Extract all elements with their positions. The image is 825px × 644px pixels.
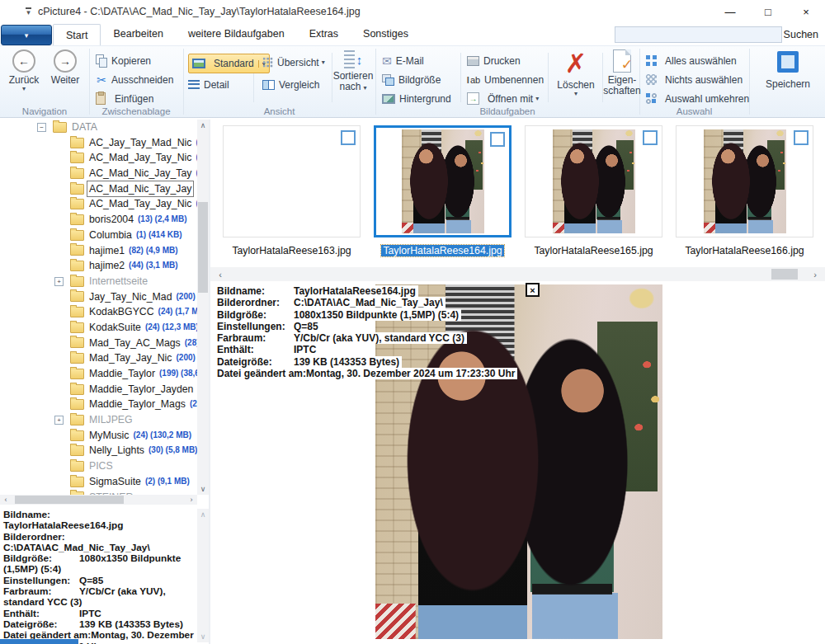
tree-item[interactable]: + AC_Mad_Jay_Tay_Nic (200) [0,150,209,166]
email-button[interactable]: ✉ E-Mail [382,52,424,69]
tree-item[interactable]: + KodakBGYCC (24) (1,7 MB) [0,304,209,320]
scroll-right-icon[interactable]: › [186,495,197,505]
scroll-right-icon[interactable]: › [808,267,822,281]
back-button[interactable]: ← Zurück ▾ [5,49,43,92]
rename-button[interactable]: Umbenennen [467,71,544,88]
tree-item[interactable]: + SigmaSuite (2) (9,1 MB) [0,474,209,490]
forward-button[interactable]: → Weiter [46,49,84,86]
scroll-down-icon[interactable]: ∨ [197,631,209,642]
save-button[interactable]: Speichern [756,51,820,90]
tree-item[interactable]: + hajime2 (44) (3,1 MB) [0,258,209,274]
thumbnail[interactable] [374,125,512,237]
thumbnail-label[interactable]: TaylorHatalaReese164.jpg [374,245,512,256]
tree-vscrollbar[interactable]: ∧ ∨ [197,120,209,495]
scrollbar-thumb[interactable] [15,496,124,504]
ribbon-tab[interactable]: weitere Bildaufgaben [176,23,297,45]
minimize-button[interactable]: — [711,0,749,23]
app-menu-button[interactable]: ▾ [1,25,52,45]
sort-by-button[interactable]: ↕ Sortieren nach▾ [333,50,373,93]
thumbnail-checkbox[interactable] [794,130,808,145]
collapse-icon[interactable]: − [37,123,46,132]
thumbnail-label[interactable]: TaylorHatalaReese163.jpg [223,245,361,256]
print-button[interactable]: Drucken [467,52,521,69]
thumbnail[interactable] [525,125,662,237]
tree-item[interactable]: + Columbia (1) (414 KB) [0,228,209,243]
thumbnail[interactable] [676,125,813,237]
ribbon-tab[interactable]: Sonstiges [351,23,421,45]
detail-view-button[interactable]: Detail [188,76,229,93]
tree-item[interactable]: + Maddie_Taylor (199) (38,6 MB [0,366,209,382]
tree-item[interactable]: + boris2004 (13) (2,4 MB) [0,212,209,228]
invert-selection-icon [646,93,657,104]
cut-button[interactable]: ✂ Ausschneiden [96,71,173,88]
scroll-left-icon[interactable]: ‹ [214,267,227,281]
scroll-up-icon[interactable]: ∧ [197,120,209,131]
thumbnail-checkbox[interactable] [341,130,356,145]
delete-button[interactable]: ✗ Löschen ▾ [553,49,599,97]
tree-item[interactable]: + KodakSuite (24) (12,3 MB) [0,320,209,336]
scroll-up-icon[interactable]: ∧ [197,509,209,520]
desktop-icon [382,94,395,104]
ribbon-tab[interactable]: Start [53,24,101,45]
expand-icon[interactable]: + [54,416,64,425]
open-with-button[interactable]: → Öffnen mit ▾ [467,90,539,107]
close-button[interactable]: × [787,0,825,23]
properties-button[interactable]: Eigen- schaften [605,49,639,96]
ribbon-tab[interactable]: Extras [297,23,351,45]
thumbnail-checkbox[interactable] [643,130,658,145]
tree-item[interactable]: + hajime1 (82) (4,9 MB) [0,243,209,259]
search-label[interactable]: Suchen [784,23,818,45]
thumbnail-photo [553,129,635,233]
image-size-button[interactable]: Bildgröße [382,71,441,88]
tree-item[interactable]: + Maddie_Taylor_Jayden (200 [0,382,209,397]
thumbnail[interactable] [223,125,361,237]
tree-item[interactable]: + Internettseite [0,274,209,289]
copy-button[interactable]: Kopieren [96,52,151,69]
scrollbar-thumb[interactable] [198,202,208,293]
thumbnail-scrollbar[interactable]: ‹ › [210,267,825,281]
metadata-row: Bildname:TaylorHatalaReese164.jpg [216,285,418,297]
titlebar: cPicture4 - C:\DATA\AC_Mad_Nic_Tay_Jay\T… [0,0,825,23]
tree-item[interactable]: + Nelly_Lights (30) (5,8 MB) [0,443,209,458]
maximize-button[interactable]: □ [749,0,787,23]
thumbnail-item: TaylorHatalaReese163.jpg [223,125,361,267]
tree-item[interactable]: + MILJPEG [0,412,209,428]
overlay-close-icon[interactable] [526,283,540,297]
thumbnail-checkbox[interactable] [490,132,505,147]
background-button[interactable]: Hintergrund [382,90,451,107]
select-none-button[interactable]: Nichts auswählen [646,71,742,88]
folder-icon [70,230,84,241]
overview-button[interactable]: Übersicht ▾ [262,54,325,71]
back-arrow-icon: ← [12,49,35,73]
tree-hscrollbar[interactable]: ‹ › [0,495,197,505]
thumbnail-label[interactable]: TaylorHatalaReese166.jpg [676,245,813,256]
tree-item[interactable]: + AC_Mad_Tay_Jay_Nic (79) ( [0,196,209,212]
standard-view-button[interactable]: Standard ▾ [188,54,270,73]
tree-item[interactable]: + AC_Mad_Nic_Tay_Jay (200) [0,181,209,197]
metadata-vscrollbar[interactable]: ∧ ∨ [197,509,209,642]
tree-item[interactable]: + MyMusic (24) (130,2 MB) [0,428,209,444]
red-x-icon: ✗ [558,49,594,78]
ribbon-tab[interactable]: Bearbeiten [101,23,175,45]
select-all-button[interactable]: Alles auswählen [646,52,737,69]
tree-root-item[interactable]: − DATA [0,120,209,135]
thumbnail-label[interactable]: TaylorHatalaReese165.jpg [525,245,662,256]
tree-item[interactable]: + AC_Mad_Nic_Jay_Tay (200) [0,166,209,181]
folder-icon [70,430,84,441]
tree-item[interactable]: + Mad_Tay_Jay_Nic (200) (46,9 [0,350,209,366]
expand-icon[interactable]: + [54,277,64,286]
tree-item[interactable]: + Jay_Tay_Nic_Mad (200) (56,4 [0,289,209,305]
tree-item[interactable]: + Maddie_Taylor_Mags (205) [0,397,209,412]
scroll-left-icon[interactable]: ‹ [0,495,12,505]
tree-item[interactable]: + Mad_Tay_AC_Mags (28) (4,8 [0,336,209,351]
app-pin-icon[interactable] [24,7,33,16]
group-label: Ansicht [183,106,375,116]
search-input[interactable] [615,26,782,43]
tree-item[interactable]: + PICS [0,458,209,474]
scroll-down-icon[interactable]: ∨ [197,483,209,495]
invert-selection-button[interactable]: Auswahl umkehren [646,90,749,107]
compare-button[interactable]: Vergleich [262,76,319,93]
tree-item[interactable]: + AC_Jay_Tay_Mad_Nic (200) [0,135,209,151]
paste-button[interactable]: Einfügen [96,90,153,107]
scrollbar-thumb[interactable] [771,269,798,280]
